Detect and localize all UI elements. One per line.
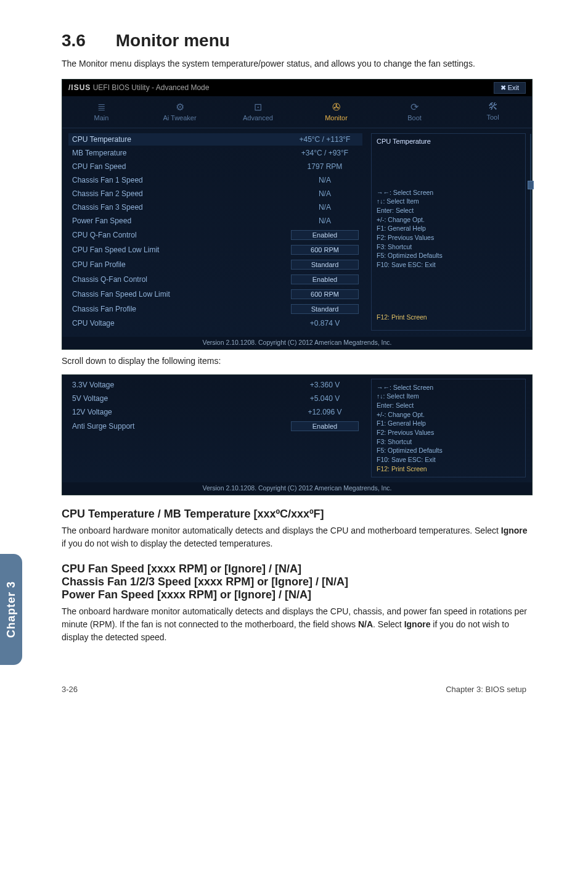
section-cpu-temp-body: The onboard hardware monitor automatical… [62, 524, 533, 550]
chapter-label: Chapter 3: BIOS setup [446, 685, 526, 694]
row-power-fan[interactable]: Power Fan SpeedN/A [68, 215, 362, 227]
tab-boot[interactable]: ⟳Boot [375, 96, 454, 128]
section-fan-speed-body: The onboard hardware monitor automatical… [62, 605, 533, 644]
bios-settings-list: CPU Temperature+45°C / +113°F MB Tempera… [68, 133, 362, 331]
key-hints-2: →←: Select Screen ↑↓: Select Item Enter:… [377, 383, 520, 464]
row-cpu-fan-profile[interactable]: CPU Fan ProfileStandard [68, 258, 362, 271]
scroll-caption: Scroll down to display the following ite… [62, 356, 533, 366]
row-12v[interactable]: 12V Voltage+12.096 V [68, 406, 362, 418]
bios-footer-2: Version 2.10.1208. Copyright (C) 2012 Am… [62, 482, 532, 495]
bios-topbar: /ISUS UEFI BIOS Utility - Advanced Mode … [62, 80, 532, 96]
section-number: 3.6 [62, 31, 111, 51]
gear-icon: ⚙ [143, 101, 216, 113]
key-hints: →←: Select Screen ↑↓: Select Item Enter:… [377, 188, 520, 270]
list-icon: ≣ [65, 101, 138, 113]
row-chassis-qfan[interactable]: Chassis Q-Fan ControlEnabled [68, 273, 362, 286]
tab-advanced[interactable]: ⊡Advanced [219, 96, 297, 128]
row-cpu-fan-low[interactable]: CPU Fan Speed Low Limit600 RPM [68, 243, 362, 257]
bios-help-panel: CPU Temperature →←: Select Screen ↑↓: Se… [371, 133, 526, 331]
row-33v[interactable]: 3.3V Voltage+3.360 V [68, 379, 362, 391]
row-anti-surge[interactable]: Anti Surge SupportEnabled [68, 419, 362, 433]
row-cpu-qfan[interactable]: CPU Q-Fan ControlEnabled [68, 228, 362, 242]
tab-monitor[interactable]: ✇Monitor [297, 96, 375, 128]
power-icon: ⟳ [378, 101, 451, 113]
page-number: 3-26 [62, 685, 78, 694]
row-chassis-fan3[interactable]: Chassis Fan 3 SpeedN/A [68, 201, 362, 213]
row-chassis-fan-low[interactable]: Chassis Fan Speed Low Limit600 RPM [68, 287, 362, 301]
row-cpu-temperature[interactable]: CPU Temperature+45°C / +113°F [68, 133, 362, 146]
monitor-icon: ✇ [300, 101, 373, 113]
bios-brand: /ISUS [68, 83, 91, 92]
page-title: 3.6 Monitor menu [62, 31, 533, 51]
bios-settings-list-2: 3.3V Voltage+3.360 V 5V Voltage+5.040 V … [68, 379, 362, 478]
tool-icon: 🛠 [456, 101, 529, 112]
bios-help-panel-2: →←: Select Screen ↑↓: Select Item Enter:… [371, 379, 526, 478]
help-title: CPU Temperature [377, 138, 520, 145]
chip-icon: ⊡ [221, 101, 295, 113]
scrollbar-thumb[interactable] [528, 181, 534, 189]
chapter-side-tab: Chapter 3 [0, 554, 22, 665]
intro-text: The Monitor menu displays the system tem… [62, 58, 533, 70]
tab-ai-tweaker[interactable]: ⚙Ai Tweaker [141, 96, 219, 128]
bios-panel-main: /ISUS UEFI BIOS Utility - Advanced Mode … [62, 79, 533, 350]
bios-tabs: ≣Main ⚙Ai Tweaker ⊡Advanced ✇Monitor ⟳Bo… [62, 96, 532, 128]
bios-footer: Version 2.10.1208. Copyright (C) 2012 Am… [62, 337, 532, 349]
key-hint-f12-2: F12: Print Screen [377, 464, 520, 474]
scrollbar-track [530, 134, 531, 330]
exit-icon: ✖ [500, 84, 508, 91]
section-fan-speed-heading: CPU Fan Speed [xxxx RPM] or [Ignore] / [… [62, 563, 533, 601]
chapter-side-label: Chapter 3 [5, 581, 18, 638]
bios-title: UEFI BIOS Utility - Advanced Mode [93, 83, 210, 92]
bios-panel-continued: 3.3V Voltage+3.360 V 5V Voltage+5.040 V … [62, 374, 533, 496]
section-cpu-temp-heading: CPU Temperature / MB Temperature [xxxºC/… [62, 508, 533, 521]
key-hint-f12: F12: Print Screen [377, 313, 520, 322]
row-chassis-fan-profile[interactable]: Chassis Fan ProfileStandard [68, 302, 362, 316]
row-cpu-fan-speed[interactable]: CPU Fan Speed1797 RPM [68, 160, 362, 173]
section-title: Monitor menu [116, 31, 230, 50]
row-cpu-voltage[interactable]: CPU Voltage+0.874 V [68, 317, 362, 329]
row-5v[interactable]: 5V Voltage+5.040 V [68, 392, 362, 405]
row-chassis-fan2[interactable]: Chassis Fan 2 SpeedN/A [68, 188, 362, 200]
tab-tool[interactable]: 🛠Tool [454, 96, 532, 128]
row-chassis-fan1[interactable]: Chassis Fan 1 SpeedN/A [68, 174, 362, 186]
row-mb-temperature[interactable]: MB Temperature+34°C / +93°F [68, 147, 362, 159]
exit-button[interactable]: ✖ Exit [494, 82, 526, 94]
tab-main[interactable]: ≣Main [62, 96, 141, 128]
page-footer: 3-26 Chapter 3: BIOS setup [0, 666, 588, 706]
